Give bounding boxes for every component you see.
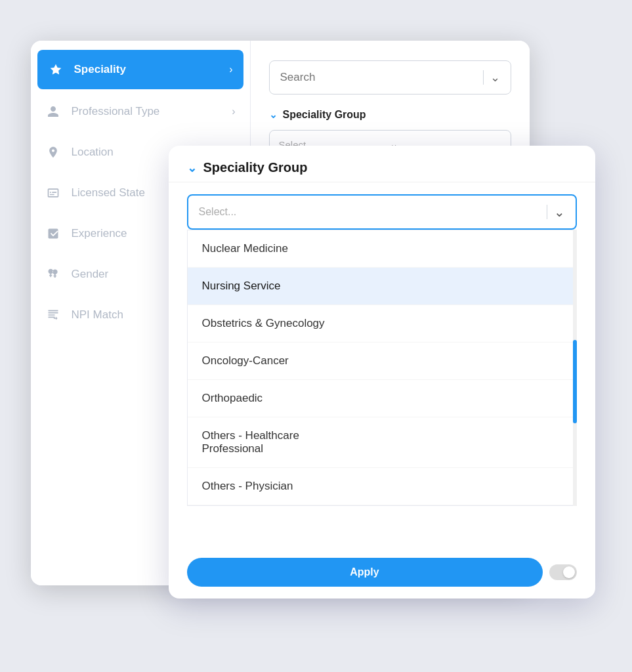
drop-item-others-physician[interactable]: Others - Physician	[188, 468, 576, 505]
dropdown-list: Nuclear Medicine Nursing Service Obstetr…	[187, 230, 577, 506]
chevron-right-icon: ›	[229, 64, 232, 75]
front-card-body: Select... ⌄ Nuclear Medicine Nursing Ser…	[169, 182, 595, 518]
front-card: ⌄ Speciality Group Select... ⌄ Nuclear M…	[169, 146, 595, 598]
sidebar-label-speciality: Speciality	[74, 63, 230, 76]
gender-icon	[45, 266, 61, 282]
person-icon	[45, 104, 61, 119]
front-chevron-button[interactable]: ⌄	[554, 204, 565, 220]
front-scrollbar-thumb	[573, 340, 577, 423]
front-select-box[interactable]: Select... ⌄	[187, 194, 577, 230]
sidebar-item-speciality[interactable]: Speciality ›	[37, 50, 243, 89]
id-card-icon	[45, 185, 61, 201]
npi-icon	[45, 307, 61, 323]
divider	[483, 70, 484, 85]
collapse-icon: ⌄	[269, 109, 278, 121]
drop-item-oncology[interactable]: Oncology-Cancer	[188, 343, 576, 380]
front-select-placeholder: Select...	[199, 206, 540, 218]
drop-item-nuclear[interactable]: Nuclear Medicine	[188, 230, 576, 268]
front-footer: Apply	[187, 558, 577, 587]
back-group-header: ⌄ Speciality Group	[269, 109, 511, 121]
front-apply-button[interactable]: Apply	[187, 558, 543, 587]
search-input[interactable]	[280, 71, 476, 84]
sidebar-label-professional: Professional Type	[72, 105, 232, 118]
pin-icon	[45, 144, 61, 160]
drop-item-others-hp[interactable]: Others - HealthcareProfessional	[188, 417, 576, 468]
drop-item-nursing[interactable]: Nursing Service	[188, 268, 576, 305]
dropdown-wrapper: Nuclear Medicine Nursing Service Obstetr…	[187, 230, 577, 506]
front-card-header: ⌄ Speciality Group	[169, 146, 595, 182]
search-bar[interactable]: ⌄	[269, 60, 511, 94]
chevron-right-icon-2: ›	[232, 106, 235, 117]
drop-item-obstetrics[interactable]: Obstetrics & Gynecology	[188, 305, 576, 343]
sidebar-item-professional-type[interactable]: Professional Type ›	[31, 92, 250, 131]
drop-item-orthopaedic[interactable]: Orthopaedic	[188, 380, 576, 417]
experience-icon	[45, 226, 61, 242]
star-icon	[48, 62, 64, 77]
toggle-switch[interactable]	[549, 564, 577, 580]
front-scrollbar	[573, 230, 577, 506]
front-collapse-icon: ⌄	[187, 161, 197, 175]
select-divider	[547, 205, 547, 219]
front-header-title: Speciality Group	[203, 160, 308, 175]
chevron-down-icon[interactable]: ⌄	[490, 70, 500, 85]
